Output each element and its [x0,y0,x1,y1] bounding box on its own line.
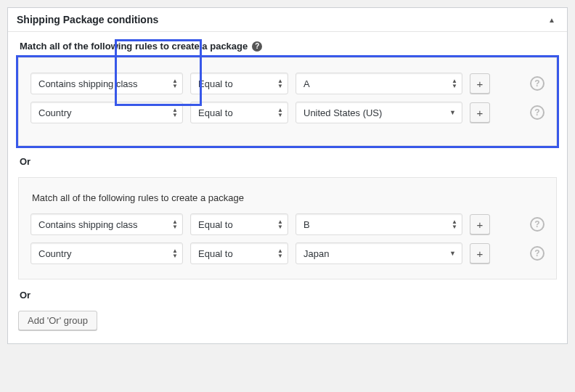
updown-icon: ▲▼ [452,79,457,89]
updown-icon: ▲▼ [172,79,178,89]
field-value: Contains shipping class [38,219,138,230]
field-value: Country [38,248,72,259]
row-help-icon[interactable]: ? [530,76,545,91]
updown-icon: ▲▼ [452,220,457,229]
field-select[interactable]: Country ▲▼ [30,102,183,123]
panel-title: Shipping Package conditions [17,14,158,25]
add-or-group-button[interactable]: Add 'Or' group [18,311,97,330]
updown-icon: ▲▼ [172,220,178,229]
rule-row: Country ▲▼ Equal to ▲▼ United States (US… [30,102,545,123]
rule-row: Contains shipping class ▲▼ Equal to ▲▼ B… [30,213,545,235]
field-value: Contains shipping class [38,78,138,89]
operator-select[interactable]: Equal to ▲▼ [190,213,288,235]
updown-icon: ▲▼ [172,249,178,258]
rule-group-1: Contains shipping class ▲▼ Equal to ▲▼ A… [18,57,557,146]
row-help-icon[interactable]: ? [530,246,545,261]
or-separator: Or [20,290,557,301]
rule-row: Country ▲▼ Equal to ▲▼ Japan ▼ + ? [30,242,545,264]
operator-value: Equal to [198,248,233,259]
field-select[interactable]: Country ▲▼ [30,242,183,264]
value-text: Japan [303,248,329,259]
group-1-label: Match all of the following rules to crea… [20,41,557,52]
value-text: B [303,219,310,230]
add-rule-button[interactable]: + [470,73,490,94]
operator-select[interactable]: Equal to ▲▼ [190,73,288,94]
operator-value: Equal to [198,107,233,118]
collapse-icon[interactable]: ▲ [545,15,558,25]
match-rules-text: Match all of the following rules to crea… [20,41,248,52]
value-select[interactable]: United States (US) ▼ [295,102,462,123]
value-text: United States (US) [303,107,382,118]
updown-icon: ▲▼ [277,249,283,258]
panel-header: Shipping Package conditions ▲ [8,8,567,32]
rule-row: Contains shipping class ▲▼ Equal to ▲▼ A… [30,73,545,94]
add-rule-button[interactable]: + [470,243,490,264]
field-value: Country [38,107,72,118]
add-rule-button[interactable]: + [470,214,490,234]
updown-icon: ▲▼ [277,220,283,229]
match-rules-text: Match all of the following rules to crea… [32,192,545,203]
help-icon[interactable]: ? [252,41,262,52]
chevron-down-icon: ▼ [449,250,456,257]
operator-select[interactable]: Equal to ▲▼ [190,242,288,264]
value-select[interactable]: Japan ▼ [295,242,462,264]
value-text: A [303,78,310,89]
add-rule-button[interactable]: + [470,102,490,123]
value-select[interactable]: B ▲▼ [295,213,462,235]
rule-group-2: Match all of the following rules to crea… [18,177,557,279]
chevron-down-icon: ▼ [449,109,456,116]
updown-icon: ▲▼ [277,79,283,89]
operator-value: Equal to [198,219,233,230]
or-separator: Or [20,156,557,167]
field-select[interactable]: Contains shipping class ▲▼ [30,73,183,94]
row-help-icon[interactable]: ? [530,105,545,120]
operator-select[interactable]: Equal to ▲▼ [190,102,288,123]
panel-body: Match all of the following rules to crea… [8,32,567,343]
updown-icon: ▲▼ [277,108,283,118]
value-select[interactable]: A ▲▼ [295,73,462,94]
updown-icon: ▲▼ [172,108,178,118]
field-select[interactable]: Contains shipping class ▲▼ [30,213,183,235]
conditions-panel: Shipping Package conditions ▲ Match all … [7,7,568,344]
operator-value: Equal to [198,78,233,89]
row-help-icon[interactable]: ? [530,217,545,232]
